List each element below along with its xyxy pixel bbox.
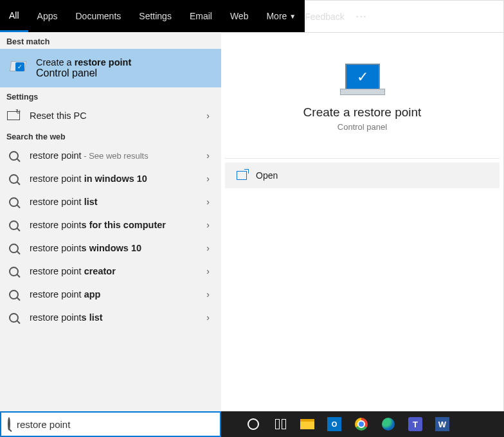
search-icon (6, 241, 21, 255)
search-icon (6, 195, 21, 209)
tab-email[interactable]: Email (181, 0, 221, 32)
chevron-right-icon: › (206, 150, 210, 161)
search-icon (6, 310, 21, 325)
search-icon (6, 218, 21, 232)
search-input[interactable] (17, 419, 213, 430)
search-icon (6, 148, 21, 163)
web-result[interactable]: restore points for this computer › (0, 213, 221, 236)
best-match-title: Create a restore point (36, 57, 131, 67)
chevron-right-icon: › (206, 266, 210, 276)
bottom-strip: O T W (0, 411, 504, 437)
tab-apps[interactable]: Apps (28, 0, 67, 32)
monitor-shield-icon: ✓ (340, 64, 385, 95)
system-protection-icon: ✓ (9, 61, 27, 75)
search-icon (6, 287, 21, 301)
tab-all[interactable]: All (0, 0, 28, 32)
word-icon[interactable]: W (432, 414, 453, 434)
web-result[interactable]: restore point - See web results › (0, 144, 221, 167)
search-web-header: Search the web (0, 127, 221, 144)
web-result[interactable]: restore point in windows 10 › (0, 167, 221, 190)
open-action[interactable]: Open (225, 163, 500, 188)
tab-web[interactable]: Web (221, 0, 258, 32)
taskbar: O T W (221, 411, 504, 437)
tab-documents[interactable]: Documents (66, 0, 130, 32)
web-result[interactable]: restore points list › (0, 306, 221, 329)
best-match-item[interactable]: ✓ Create a restore point Control panel (0, 49, 221, 87)
settings-item-label: Reset this PC (30, 111, 87, 121)
tab-more-label: More (266, 11, 287, 21)
preview-title: Create a restore point (303, 105, 422, 120)
edge-icon[interactable] (378, 414, 399, 434)
open-icon (237, 171, 247, 180)
chevron-right-icon: › (206, 174, 210, 184)
teams-icon[interactable]: T (405, 414, 426, 434)
search-icon (6, 172, 21, 186)
filter-tabs: All Apps Documents Settings Email Web Mo… (0, 0, 305, 32)
results-list: Best match ✓ Create a restore point Cont… (0, 32, 221, 411)
web-result[interactable]: restore point creator › (0, 260, 221, 283)
open-label: Open (256, 170, 278, 181)
search-box[interactable] (0, 411, 221, 437)
chevron-right-icon: › (206, 220, 210, 230)
file-explorer-icon[interactable] (297, 414, 318, 434)
feedback-link[interactable]: Feedback (305, 12, 344, 22)
preview-header: ✓ Create a restore point Control panel (225, 37, 500, 159)
chevron-right-icon: › (206, 243, 210, 253)
chevron-right-icon: › (206, 197, 210, 207)
task-view-icon[interactable] (270, 414, 291, 434)
best-match-header: Best match (0, 32, 221, 49)
search-icon (6, 264, 21, 278)
best-match-subtitle: Control panel (36, 67, 131, 79)
filter-bar: All Apps Documents Settings Email Web Mo… (0, 0, 504, 32)
search-results-pane: Best match ✓ Create a restore point Cont… (0, 32, 504, 411)
chrome-icon[interactable] (351, 414, 372, 434)
reset-pc-icon (6, 109, 21, 123)
cortana-icon[interactable] (243, 414, 264, 434)
tab-settings[interactable]: Settings (130, 0, 181, 32)
more-options-icon[interactable]: ··· (356, 12, 368, 22)
search-icon (8, 418, 10, 430)
web-result[interactable]: restore point app › (0, 283, 221, 306)
settings-header: Settings (0, 87, 221, 104)
chevron-right-icon: › (206, 111, 210, 121)
chevron-right-icon: › (206, 289, 210, 299)
settings-reset-pc[interactable]: Reset this PC › (0, 104, 221, 127)
preview-subtitle: Control panel (338, 122, 387, 132)
chevron-right-icon: › (206, 312, 210, 323)
tab-more[interactable]: More ▼ (257, 0, 305, 32)
web-result[interactable]: restore point list › (0, 190, 221, 213)
web-result[interactable]: restore points windows 10 › (0, 236, 221, 260)
chevron-down-icon: ▼ (289, 13, 296, 20)
preview-pane: ✓ Create a restore point Control panel O… (221, 32, 504, 411)
outlook-icon[interactable]: O (324, 414, 345, 434)
